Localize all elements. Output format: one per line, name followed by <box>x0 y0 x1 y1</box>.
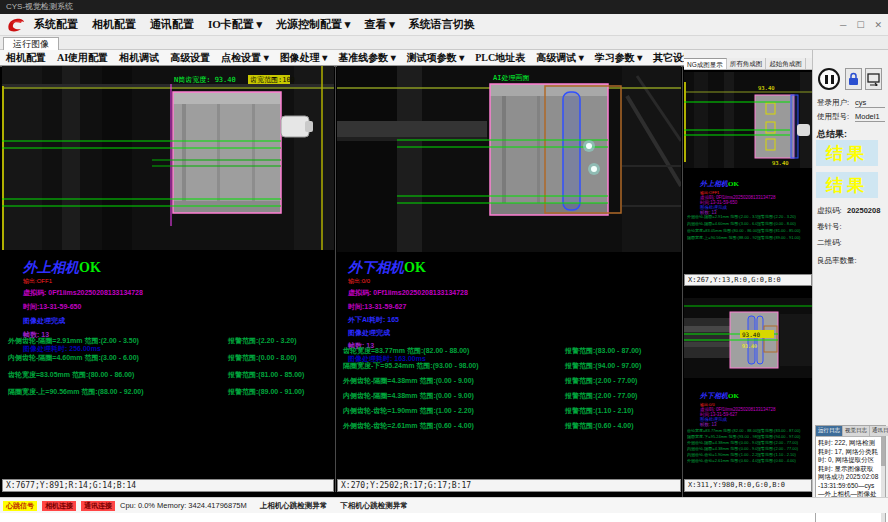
yield-count-label: 良品率数量: <box>817 256 857 266</box>
tab-comm-log[interactable]: 通讯日志 <box>870 426 888 436</box>
toolbar-baseline-params[interactable]: 基准线参数 ▾ <box>338 51 396 65</box>
mini-alarm: 报警范围:(2.20 - 3.20) <box>757 214 807 219</box>
menu-item-language[interactable]: 系统语言切换 <box>409 17 475 32</box>
menu-item-io-config[interactable]: IO卡配置 ▾ <box>208 17 262 32</box>
measurement-value: 内侧齿轮-齿轮=1.90mm 范围:(1.00 - 2.20) <box>343 406 565 416</box>
toolbar-advanced-settings[interactable]: 高级设置 <box>170 51 210 65</box>
measurement-value: 内侧齿轮-隔圈=4.60mm 范围:(3.00 - 6.00) <box>8 353 228 363</box>
mini-alarm: 报警范围:(2.00 - 77.00) <box>757 440 807 445</box>
small-top-coordinate-bar: X:267,Y:13,R:0,G:0,B:0 <box>684 274 812 286</box>
camera-connection-badge: 相机连接 <box>42 501 76 511</box>
tab-strip: 运行图像 <box>0 36 888 50</box>
measurement-row: 外侧齿轮-隔圈=2.91mm 范围:(2.00 - 3.50) 报警范围:(2.… <box>8 336 332 346</box>
toolbar-spotcheck-settings[interactable]: 点检设置 ▾ <box>221 51 269 65</box>
alarm-range: 报警范围:(0.00 - 8.00) <box>228 353 296 363</box>
tab-ng-image[interactable]: NG成图显示 <box>684 58 727 69</box>
tab-vision-log[interactable]: 视觉日志 <box>843 426 870 436</box>
tab-all-corner-image[interactable]: 所有角成图 <box>727 58 767 69</box>
toolbar-camera-config[interactable]: 相机配置 <box>6 51 46 65</box>
left-camera-machinery-graphic: N筒齿宽度: 93.40 齿宽范围:100 <box>2 66 334 250</box>
left-camera-coordinate-bar: X:7677;Y:891;R:14;G:14;B:14 <box>2 479 334 492</box>
middle-camera-title: 外下相机 <box>348 260 404 275</box>
lock-icon-button[interactable] <box>845 68 862 90</box>
alarm-range: 报警范围:(2.00 - 77.00) <box>565 376 637 386</box>
mini-alarm: 报警范围:(89.00 - 91.00) <box>757 235 807 240</box>
left-camera-image[interactable]: N筒齿宽度: 93.40 齿宽范围:100 <box>2 66 334 250</box>
maximize-icon[interactable]: ☐ <box>856 20 864 30</box>
middle-camera-output: 输出:0/0 <box>348 277 648 286</box>
alarm-range: 报警范围:(1.10 - 2.10) <box>565 406 633 416</box>
small-bottom-camera-image[interactable]: 93.40 93.40 <box>684 298 812 378</box>
small-top-yellow-label-2: 93.40 <box>772 160 789 166</box>
monitor-arrow-icon-button[interactable] <box>865 68 882 90</box>
middle-camera-time: 时间:13-31-59-627 <box>348 302 648 312</box>
left-camera-ok-status: OK <box>79 260 101 275</box>
heartbeat-status-badge: 心跳信号 <box>3 501 37 511</box>
mini-measurement: 齿轮宽度=83.05mm 范围:(80.00 - 86.00) <box>687 228 757 233</box>
log-scrollbar-thumb[interactable] <box>881 436 885 466</box>
measurement-value: 外侧齿轮-隔圈=2.91mm 范围:(2.00 - 3.50) <box>8 336 228 346</box>
left-camera-measurements: 外侧齿轮-隔圈=2.91mm 范围:(2.00 - 3.50) 报警范围:(2.… <box>8 336 332 397</box>
small-top-camera-title: 外上相机 <box>700 180 728 188</box>
result-text-top: 结果 <box>826 142 868 165</box>
tab-run-image[interactable]: 运行图像 <box>3 37 59 51</box>
tab-start-corner-image[interactable]: 起始角成图 <box>766 58 806 69</box>
menu-item-view[interactable]: 查看 ▾ <box>364 17 394 32</box>
minimize-icon[interactable]: ─ <box>840 20 846 30</box>
mini-measurement: 内侧齿轮-齿轮=1.90mm 范围:(1.00 - 2.20) <box>687 452 757 457</box>
toolbar-camera-debug[interactable]: 相机调试 <box>119 51 159 65</box>
toolbar-learning-params[interactable]: 学习参数 ▾ <box>595 51 643 65</box>
toolbar-advanced-debug[interactable]: 高级调试 ▾ <box>536 51 584 65</box>
alarm-range: 报警范围:(83.00 - 87.00) <box>565 346 641 356</box>
middle-camera-image[interactable]: AI处理画面 <box>337 66 681 252</box>
measurement-row: 内侧齿轮-隔圈=4.60mm 范围:(3.00 - 6.00) 报警范围:(0.… <box>8 353 332 363</box>
middle-camera-coordinates: X:270;Y:2502;R:17;G:17;B:17 <box>341 481 471 490</box>
close-icon[interactable]: ✕ <box>874 20 882 30</box>
menu-item-comm-config[interactable]: 通讯配置 <box>150 17 194 32</box>
toolbar-ai-config[interactable]: AI使用配置 <box>57 51 108 65</box>
toolbar-image-processing[interactable]: 图像处理 ▾ <box>280 51 328 65</box>
tab-run-log[interactable]: 运行日志 <box>816 426 843 436</box>
alarm-range: 报警范围:(2.20 - 3.20) <box>228 336 296 346</box>
alarm-range: 报警范围:(2.00 - 77.00) <box>565 391 637 401</box>
toolbar-test-params[interactable]: 测试项参数 ▾ <box>407 51 465 65</box>
result-box-bottom: 结果 <box>816 172 878 198</box>
measurement-value: 外侧齿轮-隔圈=4.38mm 范围:(0.00 - 9.00) <box>343 376 565 386</box>
result-box-top: 结果 <box>816 140 878 166</box>
middle-camera-code: 虚拟码: 0Ff1iims20250208133134728 <box>348 288 648 298</box>
mini-measurement: 外侧齿轮-齿轮=2.61mm 范围:(0.60 - 4.00) <box>687 458 757 463</box>
window-title: CYS-视觉检测系统 <box>6 2 73 11</box>
middle-camera-ai-elapsed: 外下AI耗时: 165 <box>348 315 648 325</box>
small-top-machinery-graphic: 93.40 93.40 <box>684 72 812 168</box>
left-image-yellow-label: 齿宽范围:100 <box>250 75 295 84</box>
login-user-value: cys <box>855 98 885 108</box>
middle-camera-ok-status: OK <box>404 260 426 275</box>
left-camera-done: 图像处理完成 <box>23 316 323 326</box>
small-top-coordinates: X:267,Y:13,R:0,G:0,B:0 <box>688 276 781 284</box>
login-user-label: 登录用户: <box>817 98 849 108</box>
app-logo-icon <box>6 17 26 33</box>
pause-button[interactable] <box>818 68 840 90</box>
cpu-memory-text: Cpu: 0.0% Memory: 3424.41796875M <box>120 501 247 510</box>
measurement-row: 外侧齿轮-齿轮=2.61mm 范围:(0.60 - 4.00) 报警范围:(0.… <box>343 421 679 431</box>
small-top-camera-image[interactable]: 93.40 93.40 <box>684 72 812 168</box>
small-bottom-ok-status: OK <box>728 392 739 400</box>
measurement-row: 隔圈宽度-下=95.24mm 范围:(93.00 - 98.00) 报警范围:(… <box>343 361 679 371</box>
menu-item-camera-config[interactable]: 相机配置 <box>92 17 136 32</box>
measurement-value: 齿轮宽度=83.77mm 范围:(82.00 - 88.00) <box>343 346 565 356</box>
menu-item-system-config[interactable]: 系统配置 <box>34 17 78 32</box>
small-bottom-coordinate-bar: X:311,Y:980,R:0,G:0,B:0 <box>684 479 812 492</box>
left-camera-coordinates: X:7677;Y:891;R:14;G:14;B:14 <box>6 481 136 490</box>
left-camera-output: 输出:OFF1 <box>23 277 323 286</box>
small-bottom-machinery-graphic: 93.40 93.40 <box>684 298 812 378</box>
pause-icon <box>825 75 828 84</box>
measurement-row: 内侧齿轮-隔圈=4.38mm 范围:(0.00 - 9.00) 报警范围:(2.… <box>343 391 679 401</box>
left-camera-time: 时间:13-31-59-650 <box>23 302 323 312</box>
small-bottom-yellow-label-2: 93.40 <box>742 343 757 349</box>
toolbar-plc-table[interactable]: PLC地址表 <box>475 51 525 65</box>
log-tab-strip: 运行日志 视觉日志 通讯日志 <box>816 426 885 437</box>
mini-measurement: 隔圈宽度-上=90.56mm 范围:(88.00 - 92.00) <box>687 235 757 240</box>
virtual-code-value: 20250208 <box>847 206 880 215</box>
small-top-ok-status: OK <box>728 180 739 188</box>
menu-item-light-config[interactable]: 光源控制配置 ▾ <box>276 17 350 32</box>
